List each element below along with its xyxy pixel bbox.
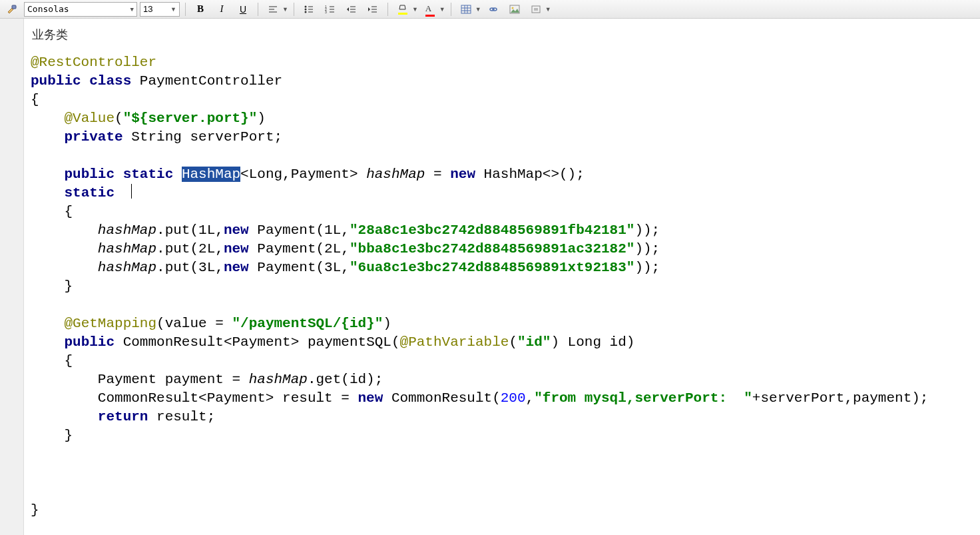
font-family-value: Consolas <box>27 4 69 14</box>
keyword: new <box>224 260 249 275</box>
arg: 3L, <box>198 260 224 275</box>
field: hashMap <box>366 167 425 182</box>
string: "/paymentSQL/{id}" <box>232 316 383 331</box>
string: "from mysql,serverPort: " <box>534 390 752 406</box>
end: )); <box>634 223 660 238</box>
keyword: new <box>224 241 249 257</box>
font-size-select[interactable]: 13 ▼ <box>140 2 180 17</box>
arg: 1L, <box>198 223 224 238</box>
return-type: CommonResult<Payment> <box>123 334 300 350</box>
string: "bba8c1e3bc2742d8848569891ac32182" <box>350 241 634 257</box>
field-ref: hashMap <box>249 372 308 387</box>
italic-label: I <box>220 3 224 15</box>
brace: } <box>64 278 73 294</box>
ctor: Payment(1L, <box>249 223 350 238</box>
indent-icon[interactable] <box>364 1 382 17</box>
svg-rect-32 <box>534 8 538 11</box>
generic: <Long,Payment> <box>240 167 358 182</box>
call: .put( <box>156 223 198 238</box>
separator <box>451 3 451 16</box>
paren: ( <box>509 334 517 350</box>
code-content[interactable]: @RestController public class PaymentCont… <box>31 53 980 520</box>
chevron-down-icon: ▼ <box>412 6 418 13</box>
keyword: return <box>98 409 148 424</box>
ctor: Payment(2L, <box>249 241 350 257</box>
call: .put( <box>156 260 198 275</box>
ctor: HashMap<>(); <box>475 167 585 182</box>
annotation: @GetMapping <box>64 316 156 331</box>
keyword: public <box>64 167 115 182</box>
table-button[interactable]: ▼ <box>457 1 481 17</box>
highlight-color-button[interactable]: ▼ <box>393 1 418 17</box>
string: "id" <box>517 334 551 350</box>
annotation: @Value <box>64 111 115 126</box>
brace: } <box>64 428 73 443</box>
ctor: Payment(3L, <box>249 260 350 275</box>
svg-point-28 <box>493 8 497 11</box>
keyword: new <box>358 390 383 406</box>
field: serverPort; <box>190 129 282 145</box>
editor-area: 业务类 @RestController public class Payment… <box>0 19 980 535</box>
link-icon[interactable] <box>484 1 503 17</box>
chevron-down-icon: ▼ <box>439 6 445 13</box>
class-name: PaymentController <box>140 73 282 89</box>
end: )); <box>634 241 660 257</box>
svg-point-8 <box>304 11 306 13</box>
stmt: Payment payment = <box>98 372 249 387</box>
brace: } <box>31 502 39 518</box>
svg-point-6 <box>304 8 306 10</box>
outdent-icon[interactable] <box>342 1 361 17</box>
image-icon[interactable] <box>505 1 524 17</box>
chevron-down-icon: ▼ <box>545 6 551 13</box>
font-family-select[interactable]: Consolas ▼ <box>24 2 137 17</box>
type: String <box>131 129 182 145</box>
toolbar: Consolas ▼ 13 ▼ B I U ▼ 123 ▼ A ▼ ▼ ▼ <box>0 0 980 19</box>
bold-button[interactable]: B <box>191 1 210 17</box>
string: "28a8c1e3bc2742d8848569891fb42181" <box>350 223 634 238</box>
separator <box>258 3 258 16</box>
code-editor[interactable]: 业务类 @RestController public class Payment… <box>24 19 980 535</box>
string: "6ua8c1e3bc2742d8848569891xt92183" <box>350 260 634 275</box>
keyword: private <box>64 129 122 145</box>
underline-button[interactable]: U <box>234 1 252 17</box>
svg-rect-0 <box>12 5 16 9</box>
gutter <box>0 19 24 535</box>
svg-point-4 <box>304 5 306 7</box>
font-color-button[interactable]: A ▼ <box>421 1 445 17</box>
separator <box>294 3 294 16</box>
svg-text:3: 3 <box>325 10 327 14</box>
field-ref: hashMap <box>98 241 156 257</box>
keyword: new <box>450 167 475 182</box>
method-name: paymentSQL( <box>308 334 400 350</box>
align-button[interactable]: ▼ <box>264 1 288 17</box>
keyword: public <box>31 73 81 89</box>
annotation: @PathVariable <box>400 334 509 350</box>
keyword: static <box>64 185 115 201</box>
keyword: static <box>123 167 174 182</box>
end: )); <box>634 260 660 275</box>
svg-point-30 <box>511 7 513 9</box>
ctor: CommonResult( <box>383 390 500 406</box>
chevron-down-icon: ▼ <box>170 6 176 13</box>
stmt: .get(id); <box>308 372 383 387</box>
stmt: result; <box>148 409 215 424</box>
format-paintbrush-icon[interactable] <box>3 1 21 17</box>
call: .put( <box>156 241 198 257</box>
paren: ) <box>383 316 391 331</box>
insert-object-button[interactable]: ▼ <box>527 1 551 17</box>
text-cursor <box>131 184 132 199</box>
keyword: class <box>89 73 131 89</box>
field-ref: hashMap <box>98 260 156 275</box>
underline-label: U <box>240 4 246 15</box>
field-ref: hashMap <box>98 223 156 238</box>
font-size-value: 13 <box>143 4 152 14</box>
unordered-list-icon[interactable] <box>300 1 318 17</box>
keyword: public <box>64 334 115 350</box>
ordered-list-icon[interactable]: 123 <box>321 1 340 17</box>
chevron-down-icon: ▼ <box>475 6 481 13</box>
op: = <box>425 167 450 182</box>
selected-text: HashMap <box>182 167 240 182</box>
italic-button[interactable]: I <box>212 1 231 17</box>
params: ) Long id) <box>551 334 634 350</box>
paren: (value = <box>156 316 232 331</box>
